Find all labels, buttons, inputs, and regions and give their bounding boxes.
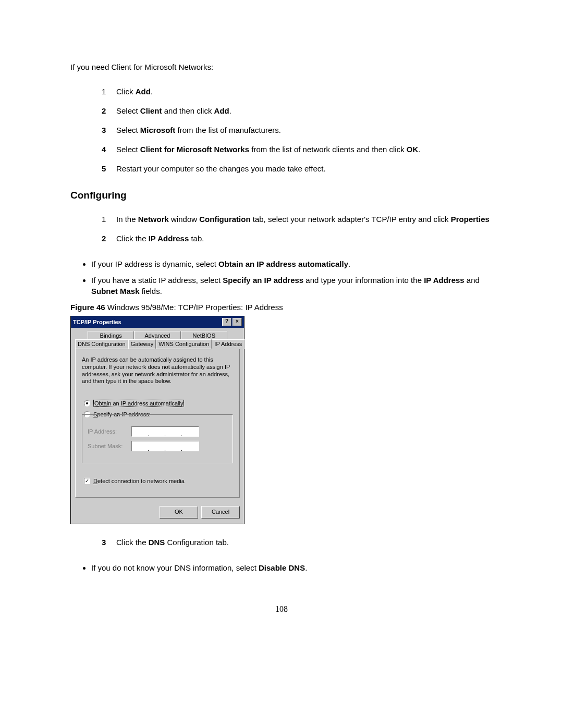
step-item: 4Select Client for Microsoft Networks fr… — [102, 144, 493, 155]
step-item: 3Click the DNS Configuration tab. — [102, 537, 493, 548]
steps-list-2b: 3Click the DNS Configuration tab. — [102, 537, 493, 548]
specify-fieldset: IP Address: Subnet Mask: — [82, 414, 233, 463]
step-item: 5Restart your computer so the changes yo… — [102, 163, 493, 174]
page-number: 108 — [70, 604, 493, 614]
intro-text: If you need Client for Microsoft Network… — [70, 63, 493, 71]
steps-list-2a: 1In the Network window Configuration tab… — [102, 214, 493, 244]
subnet-mask-input[interactable] — [131, 441, 199, 451]
dialog-titlebar[interactable]: TCP/IP Properties ? × — [71, 316, 244, 328]
bullet-item: If you do not know your DNS information,… — [91, 562, 493, 573]
tab-strip: BindingsAdvancedNetBIOS DNS Configuratio… — [75, 331, 240, 349]
section-heading: Configuring — [70, 190, 493, 201]
radio-auto-label: Obtain an IP address automatically — [93, 400, 184, 407]
panel-description: An IP address can be automatically assig… — [82, 356, 233, 385]
step-item: 1Click Add. — [102, 86, 493, 97]
cancel-button[interactable]: Cancel — [201, 506, 240, 519]
tcpip-dialog: TCP/IP Properties ? × BindingsAdvancedNe… — [70, 316, 244, 524]
radio-auto-row[interactable]: Obtain an IP address automatically — [84, 400, 233, 407]
subnet-mask-label: Subnet Mask: — [88, 443, 125, 449]
tab-gateway[interactable]: Gateway — [128, 339, 156, 349]
bullet-item: If your IP address is dynamic, select Ob… — [91, 258, 493, 269]
checkbox-icon[interactable]: ✓ — [84, 478, 90, 484]
radio-icon[interactable] — [84, 400, 90, 406]
step-item: 2Select Client and then click Add. — [102, 105, 493, 116]
bullets-b: If you do not know your DNS information,… — [91, 562, 493, 573]
figure-caption: Figure 46 Windows 95/98/Me: TCP/IP Prope… — [70, 303, 493, 312]
bullet-item: If you have a static IP address, select … — [91, 275, 493, 297]
tab-panel-ip-address: An IP address can be automatically assig… — [75, 349, 240, 498]
detect-media-row[interactable]: ✓ Detect connection to network media — [84, 478, 233, 484]
tab-wins-configuration[interactable]: WINS Configuration — [156, 339, 212, 349]
ip-address-label: IP Address: — [88, 428, 125, 435]
ok-button[interactable]: OK — [160, 506, 198, 519]
ip-address-input[interactable] — [131, 426, 199, 437]
close-button[interactable]: × — [232, 318, 242, 326]
tab-dns-configuration[interactable]: DNS Configuration — [75, 339, 128, 349]
detect-media-label: Detect connection to network media — [93, 478, 185, 484]
step-item: 2Click the IP Address tab. — [102, 233, 493, 244]
help-button[interactable]: ? — [222, 318, 231, 326]
step-item: 3Select Microsoft from the list of manuf… — [102, 125, 493, 135]
steps-list-1: 1Click Add.2Select Client and then click… — [102, 86, 493, 174]
tab-ip-address[interactable]: IP Address — [212, 339, 244, 349]
step-item: 1In the Network window Configuration tab… — [102, 214, 493, 225]
dialog-title: TCP/IP Properties — [73, 319, 121, 325]
bullets-a: If your IP address is dynamic, select Ob… — [91, 258, 493, 297]
